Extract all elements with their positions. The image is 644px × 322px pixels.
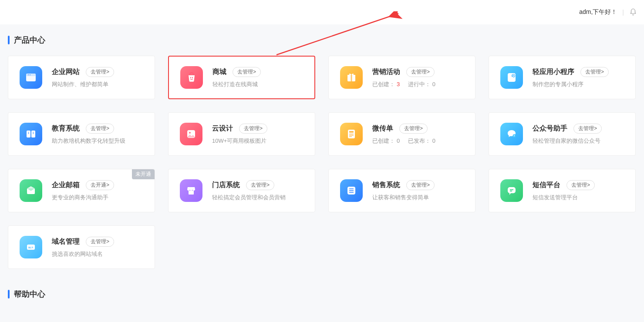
book-icon [20,123,42,145]
card-subtitle: 让获客和销售变得简单 [372,194,466,201]
manage-button[interactable]: 去管理> [580,67,609,77]
title-bar [8,290,10,299]
card-subtitle: 挑选喜欢的网站域名 [52,250,146,258]
window-icon [20,66,42,89]
card-marketing[interactable]: 营销活动 去管理> 已创建：3 进行中：0 [328,56,475,99]
card-title: 公众号助手 [533,124,567,133]
created-label: 已创建： [372,138,395,144]
card-title: 销售系统 [372,181,400,190]
manage-button[interactable]: 去管理> [406,180,435,190]
svg-point-3 [28,74,29,75]
card-miniapp[interactable]: 轻应用小程序 去管理> 制作您的专属小程序 [489,56,636,99]
manage-button[interactable]: 去管理> [239,124,267,134]
image-icon [180,123,202,145]
svg-rect-9 [351,75,352,81]
card-subtitle: 助力教培机构数字化转型升级 [52,137,146,145]
topbar: adm,下午好！ | [0,0,644,24]
card-subtitle: 短信发送管理平台 [533,194,627,201]
manage-button[interactable]: 去管理> [86,67,114,77]
card-title: 门店系统 [212,181,240,190]
card-subtitle: 网站制作、维护都简单 [52,80,146,88]
card-subtitle: 轻松打造在线商城 [212,80,306,88]
list-icon [340,179,363,202]
card-email[interactable]: 未开通 企业邮箱 去开通> 更专业的商务沟通助手 [8,169,155,212]
card-title: 教育系统 [52,124,80,133]
card-flyer[interactable]: 微传单 去管理> 已创建：0 已发布：0 [328,112,475,156]
card-subtitle: 轻松管理自家的微信公众号 [533,137,627,145]
card-title: 营销活动 [372,67,400,77]
open-button[interactable]: 去开通> [86,180,114,190]
card-sms[interactable]: 短信平台 去管理> 短信发送管理平台 [489,169,636,212]
manage-button[interactable]: 去管理> [86,124,114,134]
manage-button[interactable]: 去管理> [86,237,114,247]
manage-button[interactable]: 去管理> [399,124,428,134]
bell-icon[interactable] [629,8,637,16]
title-bar [8,36,10,44]
chat-icon [500,179,523,202]
svg-rect-12 [27,131,30,138]
miniapp-icon [500,66,523,89]
section-title-help: 帮助中心 [8,289,636,299]
manage-button[interactable]: 去管理> [406,67,435,77]
content-area: 产品中心 企业网站 去管理> 网站制作、维护都简单 商城 [0,24,644,299]
svg-rect-27 [189,191,194,195]
flyer-icon [340,123,363,145]
help-title-text: 帮助中心 [14,289,45,299]
created-count: 0 [397,138,400,144]
manage-button[interactable]: 去管理> [233,67,261,77]
unopened-tag: 未开通 [132,169,155,179]
card-cloud-design[interactable]: 云设计 去管理> 10W+可商用模板图片 [168,112,315,156]
card-title: 商城 [212,67,226,77]
products-grid: 企业网站 去管理> 网站制作、维护都简单 商城 去管理> 轻松打造在线商城 [8,56,636,269]
greeting-text: adm,下午好！ [579,8,617,16]
card-enterprise-website[interactable]: 企业网站 去管理> 网站制作、维护都简单 [8,56,155,99]
card-title: 域名管理 [52,237,80,246]
svg-rect-21 [349,131,354,133]
manage-button[interactable]: 去管理> [246,180,274,190]
gift-icon [340,66,363,89]
svg-point-4 [30,74,30,75]
card-subtitle: 10W+可商用模板图片 [212,137,306,145]
svg-point-6 [192,77,193,78]
card-title: 轻应用小程序 [533,67,574,77]
wechat-icon [500,123,523,145]
domain-icon: w.= [20,236,42,258]
svg-rect-13 [31,131,35,138]
created-count: 3 [397,81,400,87]
products-title-text: 产品中心 [14,35,45,45]
card-mall[interactable]: 商城 去管理> 轻松打造在线商城 [168,56,315,99]
published-label: 已发布： [408,138,431,144]
ongoing-label: 进行中： [408,81,431,87]
card-title: 短信平台 [533,181,560,190]
published-count: 0 [432,138,435,144]
card-store[interactable]: 门店系统 去管理> 轻松搞定会员管理和会员营销 [168,169,315,212]
section-title-products: 产品中心 [8,35,636,45]
divider: | [622,9,624,16]
card-title: 微传单 [372,124,393,133]
card-sales[interactable]: 销售系统 去管理> 让获客和销售变得简单 [328,169,475,212]
shopping-bag-icon [180,66,203,89]
manage-button[interactable]: 去管理> [573,124,602,134]
card-education[interactable]: 教育系统 去管理> 助力教培机构数字化转型升级 [8,112,155,156]
card-subtitle: 轻松搞定会员管理和会员营销 [212,194,306,201]
card-title: 企业邮箱 [52,181,80,190]
card-subtitle: 已创建：0 已发布：0 [372,137,466,145]
card-domain[interactable]: w.= 域名管理 去管理> 挑选喜欢的网站域名 [8,225,155,269]
card-title: 企业网站 [52,67,80,77]
svg-rect-2 [26,74,36,76]
card-subtitle: 已创建：3 进行中：0 [372,80,466,88]
store-icon [180,179,202,202]
svg-point-5 [190,77,191,78]
svg-point-11 [512,74,515,77]
created-label: 已创建： [372,81,395,87]
svg-point-19 [189,132,191,134]
card-subtitle: 制作您的专属小程序 [533,80,627,88]
svg-text:w.=: w.= [28,246,33,249]
card-wechat-official[interactable]: 公众号助手 去管理> 轻松管理自家的微信公众号 [489,112,636,156]
card-subtitle: 更专业的商务沟通助手 [52,194,146,201]
card-title: 云设计 [212,124,233,133]
mail-icon [20,179,42,202]
manage-button[interactable]: 去管理> [566,180,595,190]
ongoing-count: 0 [432,81,435,87]
